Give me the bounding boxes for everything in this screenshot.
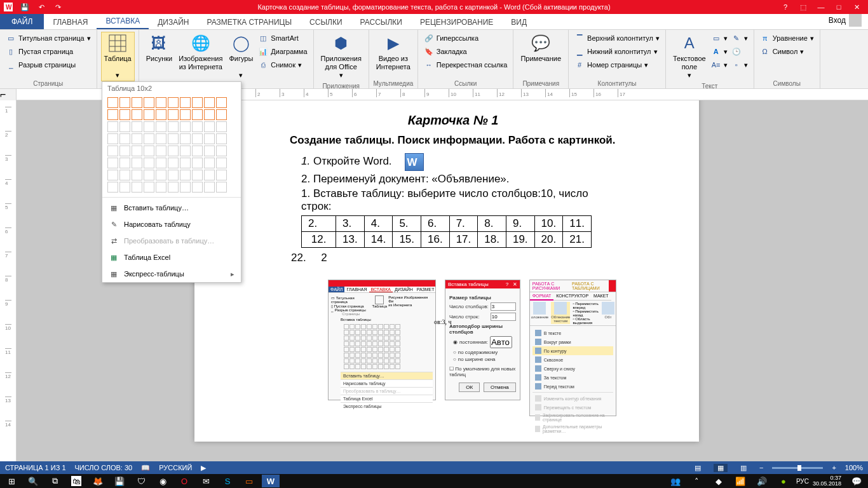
tab-references[interactable]: ССЫЛКИ xyxy=(301,15,351,29)
minimize-icon[interactable]: — xyxy=(815,3,827,11)
grid-cell[interactable] xyxy=(180,121,191,132)
grid-cell[interactable] xyxy=(192,146,203,156)
help-icon[interactable]: ? xyxy=(779,3,792,11)
grid-cell[interactable] xyxy=(204,182,215,193)
status-macro-icon[interactable]: ▶ xyxy=(201,464,206,472)
equation-button[interactable]: πУравнение ▾ xyxy=(758,32,816,44)
grid-cell[interactable] xyxy=(144,121,154,132)
grid-cell[interactable] xyxy=(216,158,227,168)
grid-cell[interactable] xyxy=(107,182,118,193)
crossref-button[interactable]: ↔Перекрестная ссылка xyxy=(422,58,510,71)
grid-cell[interactable] xyxy=(168,133,179,144)
table-button[interactable]: Таблица▾ xyxy=(101,32,135,81)
grid-cell[interactable] xyxy=(119,121,130,132)
bookmark-button[interactable]: 🔖Закладка xyxy=(422,45,510,58)
grid-cell[interactable] xyxy=(192,158,203,168)
grid-cell[interactable] xyxy=(119,182,130,193)
smartart-button[interactable]: ◫SmartArt xyxy=(256,32,309,44)
chart-button[interactable]: 📊Диаграмма xyxy=(256,45,309,58)
draw-table-item[interactable]: ✎Нарисовать таблицу xyxy=(102,216,241,233)
grid-cell[interactable] xyxy=(216,170,227,180)
grid-cell[interactable] xyxy=(204,133,215,144)
save-disk-icon[interactable]: 💾 xyxy=(111,475,128,487)
grid-cell[interactable] xyxy=(180,146,191,156)
grid-cell[interactable] xyxy=(107,133,118,144)
page-break-button[interactable]: ⎯Разрыв страницы xyxy=(4,58,93,71)
grid-cell[interactable] xyxy=(156,158,166,168)
taskbar-lang[interactable]: РУС xyxy=(796,478,809,485)
save-icon[interactable]: 💾 xyxy=(20,2,30,12)
grid-cell[interactable] xyxy=(144,109,154,120)
grid-cell[interactable] xyxy=(180,170,191,180)
grid-cell[interactable] xyxy=(144,146,154,156)
shield-icon[interactable]: 🛡 xyxy=(132,475,150,487)
skype-icon[interactable]: S xyxy=(219,475,236,487)
grid-cell[interactable] xyxy=(204,158,215,168)
grid-cell[interactable] xyxy=(144,182,154,193)
datetime-button[interactable]: 🕒 xyxy=(729,45,750,58)
grid-cell[interactable] xyxy=(168,182,179,193)
mail-icon[interactable]: ✉ xyxy=(197,475,215,487)
grid-cell[interactable] xyxy=(119,158,130,168)
grid-cell[interactable] xyxy=(156,97,166,108)
zoom-in-icon[interactable]: + xyxy=(832,464,836,471)
login-button[interactable]: Вход xyxy=(822,11,868,29)
word-taskbar-icon[interactable]: W xyxy=(262,475,280,487)
tab-layout[interactable]: РАЗМЕТКА СТРАНИЦЫ xyxy=(198,15,301,29)
grid-cell[interactable] xyxy=(180,158,191,168)
redo-icon[interactable]: ↷ xyxy=(53,2,63,12)
grid-cell[interactable] xyxy=(132,109,142,120)
view-print-icon[interactable]: ▦ xyxy=(714,464,728,472)
hyperlink-button[interactable]: 🔗Гиперссылка xyxy=(422,32,510,44)
people-icon[interactable]: 👥 xyxy=(667,475,684,487)
grid-cell[interactable] xyxy=(144,133,154,144)
grid-cell[interactable] xyxy=(168,97,179,108)
grid-cell[interactable] xyxy=(204,170,215,180)
grid-cell[interactable] xyxy=(156,170,166,180)
tab-file[interactable]: ФАЙЛ xyxy=(0,14,44,29)
tab-mailings[interactable]: РАССЫЛКИ xyxy=(351,15,411,29)
ruler-vertical[interactable]: 1234567891011121314 xyxy=(0,100,17,461)
undo-icon[interactable]: ↶ xyxy=(36,2,46,12)
grid-cell[interactable] xyxy=(192,182,203,193)
grid-cell[interactable] xyxy=(107,121,118,132)
object-button[interactable]: ▫▾ xyxy=(729,58,750,71)
tray-icon-2[interactable]: ● xyxy=(775,475,792,487)
table-size-grid[interactable] xyxy=(102,95,241,195)
grid-cell[interactable] xyxy=(216,182,227,193)
zoom-slider[interactable] xyxy=(772,467,823,469)
firefox-icon[interactable]: 🦊 xyxy=(89,475,107,487)
grid-cell[interactable] xyxy=(107,146,118,156)
symbol-button[interactable]: ΩСимвол ▾ xyxy=(758,45,816,58)
shapes-button[interactable]: ◯Фигуры▾ xyxy=(226,32,256,81)
grid-cell[interactable] xyxy=(168,109,179,120)
zoom-out-icon[interactable]: − xyxy=(759,464,763,471)
video-button[interactable]: ▶Видео из Интернета xyxy=(373,32,414,72)
grid-cell[interactable] xyxy=(204,109,215,120)
grid-cell[interactable] xyxy=(216,133,227,144)
notifications-icon[interactable]: 💬 xyxy=(848,475,865,487)
comment-button[interactable]: 💬Примечание xyxy=(517,32,564,64)
tab-review[interactable]: РЕЦЕНЗИРОВАНИЕ xyxy=(411,15,502,29)
grid-cell[interactable] xyxy=(180,109,191,120)
chrome-icon[interactable]: ◉ xyxy=(154,475,172,487)
grid-cell[interactable] xyxy=(204,146,215,156)
grid-cell[interactable] xyxy=(156,133,166,144)
close-icon[interactable]: ✕ xyxy=(850,3,863,11)
screenshot-button[interactable]: ⎙Снимок ▾ xyxy=(256,58,309,71)
network-icon[interactable]: 📶 xyxy=(731,475,749,487)
grid-cell[interactable] xyxy=(119,146,130,156)
grid-cell[interactable] xyxy=(119,170,130,180)
grid-cell[interactable] xyxy=(192,121,203,132)
grid-cell[interactable] xyxy=(204,121,215,132)
grid-cell[interactable] xyxy=(107,97,118,108)
excel-table-item[interactable]: ▦Таблица Excel xyxy=(102,249,241,266)
blank-page-button[interactable]: ▯Пустая страница xyxy=(4,45,93,58)
grid-cell[interactable] xyxy=(144,97,154,108)
grid-cell[interactable] xyxy=(132,121,142,132)
tab-design[interactable]: ДИЗАЙН xyxy=(149,15,198,29)
grid-cell[interactable] xyxy=(168,170,179,180)
grid-cell[interactable] xyxy=(156,121,166,132)
grid-cell[interactable] xyxy=(132,170,142,180)
grid-cell[interactable] xyxy=(216,121,227,132)
